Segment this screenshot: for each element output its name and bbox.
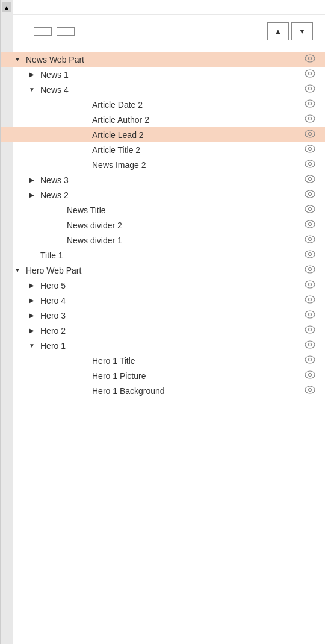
svg-point-41	[309, 358, 312, 361]
visibility-icon-hero-1-picture[interactable]	[305, 370, 315, 381]
tree-container: ▼News Web Part ▶News 1 ▼News 4 Article D…	[1, 48, 325, 644]
visibility-icon-article-date-2[interactable]	[305, 99, 315, 110]
toggle-news-1[interactable]: ▶	[27, 70, 37, 80]
svg-point-11	[309, 133, 312, 136]
label-hero-4: Hero 4	[40, 296, 66, 305]
svg-point-10	[305, 130, 315, 137]
svg-point-28	[305, 266, 315, 273]
tree-item-news-image-2[interactable]: News Image 2	[1, 157, 325, 172]
visibility-icon-article-title-2[interactable]	[305, 145, 315, 155]
label-hero-web-part: Hero Web Part	[26, 266, 81, 275]
toggle-news-3[interactable]: ▶	[27, 175, 37, 185]
visibility-icon-news-divider-1[interactable]	[305, 235, 315, 245]
scroll-up-arrow[interactable]: ▲	[2, 2, 11, 12]
tree-item-hero-2[interactable]: ▶Hero 2	[1, 323, 325, 338]
svg-point-27	[309, 253, 312, 256]
label-news-4: News 4	[40, 85, 69, 95]
svg-point-12	[305, 145, 315, 152]
visibility-icon-news-3[interactable]	[305, 175, 315, 185]
toggle-hero-3[interactable]: ▶	[27, 311, 37, 320]
move-up-button[interactable]: ▲	[267, 22, 289, 40]
visibility-icon-news-4[interactable]	[305, 84, 315, 95]
tree-item-news-2[interactable]: ▶News 2	[1, 187, 325, 202]
visibility-icon-news-image-2[interactable]	[305, 160, 315, 170]
visibility-icon-article-lead-2[interactable]	[305, 130, 315, 140]
svg-point-13	[309, 148, 312, 151]
visibility-icon-hero-1-title[interactable]	[305, 355, 315, 366]
visibility-icon-hero-4[interactable]	[305, 295, 315, 305]
tree-item-news-web-part[interactable]: ▼News Web Part	[1, 52, 325, 67]
label-hero-3: Hero 3	[40, 311, 66, 320]
tree-item-news-divider-1[interactable]: News divider 1	[1, 233, 325, 248]
svg-point-39	[309, 343, 312, 346]
svg-point-24	[305, 236, 315, 243]
svg-point-29	[309, 268, 312, 271]
tree-item-news-1[interactable]: ▶News 1	[1, 67, 325, 82]
label-news-divider-2: News divider 2	[67, 220, 122, 230]
svg-point-14	[305, 160, 315, 167]
tree-item-article-lead-2[interactable]: Article Lead 2	[1, 127, 325, 142]
tree-item-news-divider-2[interactable]: News divider 2	[1, 217, 325, 233]
tree-item-hero-1-picture[interactable]: Hero 1 Picture	[1, 368, 325, 383]
tree-item-news-4[interactable]: ▼News 4	[1, 82, 325, 97]
toggle-hero-2[interactable]: ▶	[27, 326, 37, 336]
toggle-news-web-part[interactable]: ▼	[13, 55, 22, 64]
tree-item-article-author-2[interactable]: Article Author 2	[1, 112, 325, 127]
toggle-hero-4[interactable]: ▶	[27, 296, 37, 305]
tree-item-article-title-2[interactable]: Article Title 2	[1, 142, 325, 157]
tree-item-hero-4[interactable]: ▶Hero 4	[1, 293, 325, 308]
svg-point-8	[305, 115, 315, 122]
svg-point-17	[309, 178, 312, 181]
label-hero-2: Hero 2	[40, 326, 66, 336]
visibility-icon-hero-1-background[interactable]	[305, 386, 315, 396]
svg-point-31	[309, 283, 312, 286]
move-down-button[interactable]: ▼	[291, 22, 313, 40]
toggle-news-2[interactable]: ▶	[27, 190, 37, 200]
tree-item-hero-1-title[interactable]: Hero 1 Title	[1, 353, 325, 368]
svg-point-26	[305, 251, 315, 258]
tree-item-hero-1[interactable]: ▼Hero 1	[1, 338, 325, 353]
visibility-icon-hero-2[interactable]	[305, 325, 315, 336]
svg-point-30	[305, 281, 315, 288]
visibility-icon-article-author-2[interactable]	[305, 114, 315, 125]
tree-item-hero-5[interactable]: ▶Hero 5	[1, 278, 325, 293]
tree-item-news-title[interactable]: News Title	[1, 202, 325, 217]
svg-point-25	[309, 238, 312, 241]
svg-point-6	[305, 100, 315, 107]
visibility-icon-news-divider-2[interactable]	[305, 220, 315, 230]
svg-point-23	[309, 223, 312, 226]
svg-point-9	[309, 117, 312, 120]
tree-item-title-1[interactable]: Title 1	[1, 248, 325, 263]
show-all-button[interactable]	[34, 27, 52, 36]
label-news-web-part: News Web Part	[26, 55, 84, 64]
toggle-hero-1[interactable]: ▼	[27, 341, 37, 351]
svg-point-22	[305, 220, 315, 228]
visibility-icon-title-1[interactable]	[305, 250, 315, 260]
visibility-icon-hero-3[interactable]	[305, 310, 315, 320]
toggle-hero-web-part[interactable]: ▼	[13, 266, 22, 275]
visibility-icon-news-1[interactable]	[305, 69, 315, 80]
hide-all-button[interactable]	[57, 27, 75, 36]
svg-point-32	[305, 296, 315, 303]
tree-item-article-date-2[interactable]: Article Date 2	[1, 97, 325, 112]
tree-item-hero-3[interactable]: ▶Hero 3	[1, 308, 325, 323]
tree-item-news-3[interactable]: ▶News 3	[1, 172, 325, 187]
label-title-1: Title 1	[40, 251, 63, 260]
visibility-icon-hero-web-part[interactable]	[305, 265, 315, 275]
svg-point-1	[309, 57, 312, 60]
svg-point-19	[309, 193, 312, 196]
tree-item-hero-web-part[interactable]: ▼Hero Web Part	[1, 263, 325, 278]
svg-point-20	[305, 205, 315, 213]
visibility-icon-news-2[interactable]	[305, 190, 315, 200]
tree-item-hero-1-background[interactable]: Hero 1 Background	[1, 383, 325, 398]
visibility-icon-news-title[interactable]	[305, 205, 315, 215]
svg-point-37	[309, 328, 312, 331]
toggle-hero-5[interactable]: ▶	[27, 281, 37, 290]
visibility-icon-hero-1[interactable]	[305, 340, 315, 351]
toolbar: ▲ ▼	[1, 15, 325, 48]
toggle-news-4[interactable]: ▼	[27, 85, 37, 95]
svg-point-5	[309, 87, 312, 90]
label-hero-1-background: Hero 1 Background	[92, 386, 165, 396]
visibility-icon-news-web-part[interactable]	[305, 54, 315, 64]
visibility-icon-hero-5[interactable]	[305, 280, 315, 290]
